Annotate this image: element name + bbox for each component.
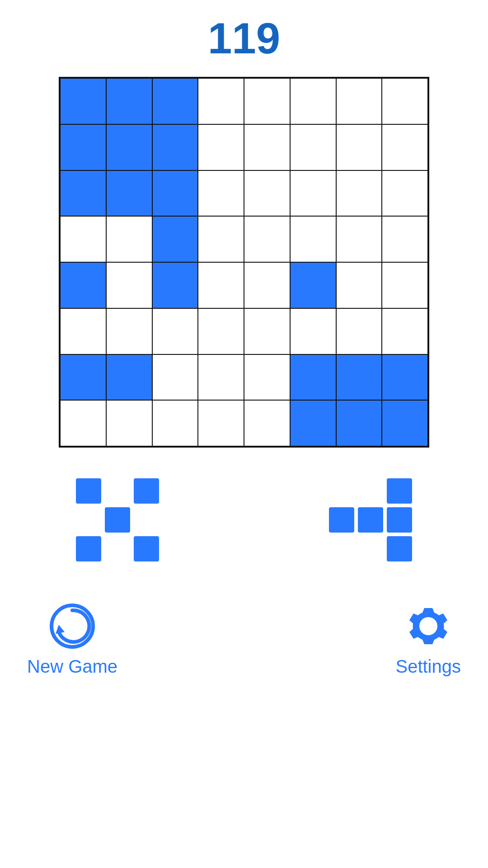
grid-cell-1-4[interactable]: [244, 124, 290, 170]
grid-cell-0-0[interactable]: [60, 78, 106, 124]
piece-left-cell-1-1: [105, 507, 130, 533]
grid-cell-4-7[interactable]: [382, 262, 428, 308]
grid-cell-3-5[interactable]: [290, 216, 336, 262]
piece-left-cell-2-2: [134, 536, 159, 561]
piece-right-cell-1-2: [387, 507, 412, 533]
grid-cell-1-0[interactable]: [60, 124, 106, 170]
piece-right-cell-1-1: [358, 507, 383, 533]
grid-cell-6-7[interactable]: [382, 354, 428, 401]
settings-button[interactable]: Settings: [395, 601, 461, 677]
grid-cell-6-5[interactable]: [290, 354, 336, 401]
grid-cell-5-2[interactable]: [152, 308, 198, 354]
grid-cell-1-5[interactable]: [290, 124, 336, 170]
grid-cell-5-3[interactable]: [198, 308, 244, 354]
grid-cell-2-6[interactable]: [336, 170, 382, 217]
piece-left-cell-2-1: [105, 536, 130, 561]
pieces-area: [59, 475, 429, 565]
grid-cell-6-2[interactable]: [152, 354, 198, 401]
refresh-icon: [47, 601, 97, 651]
grid-cell-7-7[interactable]: [382, 400, 428, 446]
grid-cell-4-2[interactable]: [152, 262, 198, 308]
grid-cell-7-0[interactable]: [60, 400, 106, 446]
grid-cell-3-7[interactable]: [382, 216, 428, 262]
grid-cell-4-4[interactable]: [244, 262, 290, 308]
grid-cell-5-1[interactable]: [106, 308, 152, 354]
svg-point-2: [422, 620, 435, 632]
piece-left-cell-1-0: [76, 507, 101, 533]
grid-cell-6-6[interactable]: [336, 354, 382, 401]
piece-left[interactable]: [59, 479, 176, 561]
grid-cell-7-5[interactable]: [290, 400, 336, 446]
grid-cell-5-5[interactable]: [290, 308, 336, 354]
grid-cell-5-0[interactable]: [60, 308, 106, 354]
new-game-button[interactable]: New Game: [27, 601, 117, 677]
bottom-bar: New Game Settings: [18, 601, 470, 677]
grid-cell-3-2[interactable]: [152, 216, 198, 262]
grid-cell-7-3[interactable]: [198, 400, 244, 446]
grid-cell-4-3[interactable]: [198, 262, 244, 308]
grid-cell-6-1[interactable]: [106, 354, 152, 401]
grid-cell-6-4[interactable]: [244, 354, 290, 401]
grid-cell-0-6[interactable]: [336, 78, 382, 124]
grid-cell-2-7[interactable]: [382, 170, 428, 217]
grid-cell-7-4[interactable]: [244, 400, 290, 446]
piece-right-cell-0-1: [358, 478, 383, 504]
grid-cell-0-3[interactable]: [198, 78, 244, 124]
piece-left-cell-1-2: [134, 507, 159, 533]
grid-cell-2-1[interactable]: [106, 170, 152, 217]
grid-cell-6-3[interactable]: [198, 354, 244, 401]
grid-cell-3-6[interactable]: [336, 216, 382, 262]
piece-left-cell-0-0: [76, 478, 101, 504]
grid-cell-0-5[interactable]: [290, 78, 336, 124]
grid-cell-1-7[interactable]: [382, 124, 428, 170]
grid-cell-1-2[interactable]: [152, 124, 198, 170]
game-grid[interactable]: [59, 77, 429, 448]
grid-cell-7-1[interactable]: [106, 400, 152, 446]
score-display: 119: [0, 14, 488, 63]
piece-right-cell-1-0: [329, 507, 354, 533]
piece-right-cell-2-0: [329, 536, 354, 561]
piece-right[interactable]: [312, 479, 429, 561]
grid-cell-7-2[interactable]: [152, 400, 198, 446]
grid-cell-4-1[interactable]: [106, 262, 152, 308]
grid-cell-6-0[interactable]: [60, 354, 106, 401]
grid-cell-5-6[interactable]: [336, 308, 382, 354]
grid-cell-5-4[interactable]: [244, 308, 290, 354]
grid-cell-0-4[interactable]: [244, 78, 290, 124]
piece-right-cell-0-0: [329, 478, 354, 504]
piece-left-cell-2-0: [76, 536, 101, 561]
piece-left-cell-0-2: [134, 478, 159, 504]
grid-cell-2-4[interactable]: [244, 170, 290, 217]
grid-cell-0-1[interactable]: [106, 78, 152, 124]
grid-cell-2-2[interactable]: [152, 170, 198, 217]
piece-right-cell-2-1: [358, 536, 383, 561]
grid-cell-1-1[interactable]: [106, 124, 152, 170]
grid-cell-2-0[interactable]: [60, 170, 106, 217]
grid-cell-4-6[interactable]: [336, 262, 382, 308]
grid-cell-3-1[interactable]: [106, 216, 152, 262]
grid-cell-4-5[interactable]: [290, 262, 336, 308]
piece-left-cell-0-1: [105, 478, 130, 504]
piece-right-cell-2-2: [387, 536, 412, 561]
grid-cell-0-2[interactable]: [152, 78, 198, 124]
gear-icon: [404, 601, 453, 651]
new-game-label: New Game: [27, 656, 117, 677]
grid-cell-1-3[interactable]: [198, 124, 244, 170]
grid-cell-5-7[interactable]: [382, 308, 428, 354]
grid-cell-2-3[interactable]: [198, 170, 244, 217]
grid-cell-7-6[interactable]: [336, 400, 382, 446]
grid-cell-1-6[interactable]: [336, 124, 382, 170]
grid-cell-4-0[interactable]: [60, 262, 106, 308]
grid-cell-0-7[interactable]: [382, 78, 428, 124]
grid-cell-3-3[interactable]: [198, 216, 244, 262]
piece-right-cell-0-2: [387, 478, 412, 504]
grid-cell-3-0[interactable]: [60, 216, 106, 262]
settings-label: Settings: [395, 656, 461, 677]
grid-cell-3-4[interactable]: [244, 216, 290, 262]
grid-cell-2-5[interactable]: [290, 170, 336, 217]
svg-marker-1: [56, 625, 65, 634]
